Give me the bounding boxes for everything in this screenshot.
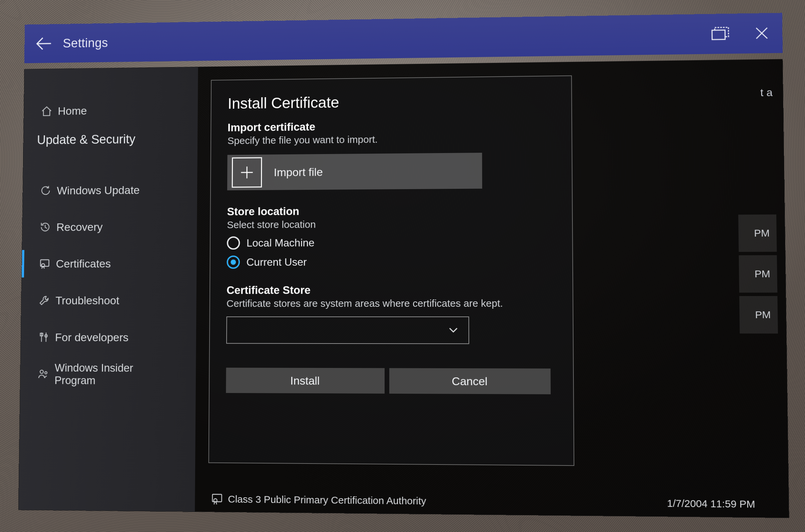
- close-icon: [754, 26, 770, 41]
- sidebar-item-windows-insider[interactable]: Windows InsiderProgram: [20, 356, 196, 393]
- sidebar-item-label: Recovery: [56, 221, 103, 233]
- sidebar-item-label: For developers: [55, 331, 129, 344]
- certificate-list-row[interactable]: Class 3 Public Primary Certification Aut…: [208, 492, 785, 511]
- import-heading: Import certificate: [228, 118, 555, 134]
- back-button[interactable]: [24, 34, 63, 54]
- sidebar-item-windows-update[interactable]: Windows Update: [23, 171, 197, 209]
- people-icon: [34, 368, 53, 380]
- install-button[interactable]: Install: [226, 367, 385, 394]
- svg-point-13: [45, 372, 47, 374]
- install-certificate-dialog: Install Certificate Import certificate S…: [209, 76, 574, 466]
- list-row-suffix: PM: [738, 214, 777, 252]
- svg-line-16: [214, 501, 215, 504]
- background-text-fragment: t a: [760, 86, 772, 99]
- multi-window-icon: [711, 26, 731, 42]
- sidebar-item-troubleshoot[interactable]: Troubleshoot: [21, 282, 196, 319]
- sidebar-item-label: Windows InsiderProgram: [55, 362, 133, 387]
- cancel-button[interactable]: Cancel: [389, 368, 551, 394]
- radio-label: Current User: [246, 256, 307, 268]
- svg-rect-1: [712, 30, 725, 40]
- home-icon: [37, 105, 56, 117]
- sidebar-item-label: Troubleshoot: [56, 294, 119, 307]
- radio-circle-icon: [227, 255, 239, 269]
- list-row-suffix: PM: [739, 255, 777, 293]
- cert-store-combobox[interactable]: [226, 317, 469, 344]
- svg-point-12: [40, 370, 43, 374]
- plus-icon: [232, 157, 262, 188]
- sidebar-item-for-developers[interactable]: For developers: [21, 319, 196, 356]
- history-icon: [36, 221, 55, 233]
- radio-local-machine[interactable]: Local Machine: [227, 235, 555, 250]
- arrow-left-icon: [34, 34, 53, 53]
- list-row-suffix: PM: [739, 296, 778, 334]
- radio-label: Local Machine: [247, 236, 314, 249]
- sidebar-item-label: Certificates: [56, 257, 111, 270]
- tools-icon: [34, 331, 53, 343]
- import-file-button[interactable]: Import file: [227, 153, 482, 190]
- sidebar-item-home[interactable]: Home: [24, 93, 198, 128]
- cert-store-heading: Certificate Store: [227, 283, 556, 297]
- cert-store-subtext: Certificate stores are system areas wher…: [227, 298, 556, 309]
- sidebar-heading: Update & Security: [23, 126, 198, 158]
- chevron-down-icon: [447, 324, 459, 336]
- certificate-icon: [35, 258, 54, 269]
- sidebar-item-certificates[interactable]: Certificates: [22, 245, 197, 282]
- certificate-row-icon: [208, 492, 227, 506]
- svg-line-0: [37, 43, 51, 44]
- radio-current-user[interactable]: Current User: [227, 255, 555, 269]
- sidebar-item-recovery[interactable]: Recovery: [22, 208, 197, 245]
- store-location-subtext: Select store location: [227, 217, 555, 231]
- close-button[interactable]: [741, 25, 783, 41]
- wrench-icon: [35, 294, 54, 306]
- radio-circle-icon: [227, 236, 240, 250]
- certificate-date: 1/7/2004 11:59 PM: [667, 498, 755, 510]
- store-location-heading: Store location: [227, 204, 555, 218]
- import-file-label: Import file: [274, 166, 323, 179]
- import-subtext: Specify the file you want to import.: [228, 132, 555, 146]
- certificate-name: Class 3 Public Primary Certification Aut…: [228, 494, 426, 507]
- sidebar: Home Update & Security Windows Update: [19, 67, 198, 512]
- multi-window-button[interactable]: [700, 26, 741, 42]
- dialog-title: Install Certificate: [228, 91, 554, 112]
- svg-line-17: [216, 501, 216, 504]
- window-title: Settings: [63, 36, 108, 50]
- sidebar-item-label: Windows Update: [57, 184, 140, 197]
- sync-icon: [36, 185, 55, 196]
- sidebar-item-label: Home: [58, 104, 87, 117]
